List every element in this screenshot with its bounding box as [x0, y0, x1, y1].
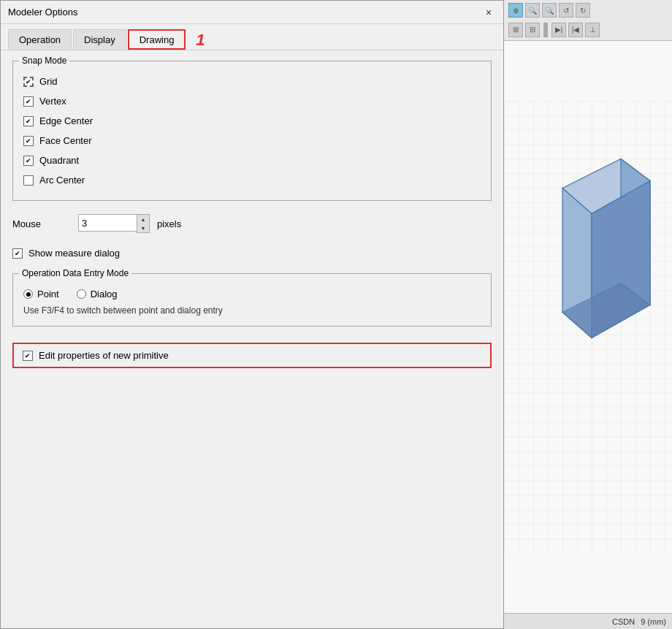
radio-dialog[interactable]: Dialog: [77, 289, 118, 300]
radio-point-circle: [23, 289, 33, 299]
modeler-options-dialog: Modeler Options × Operation Display Draw…: [0, 0, 504, 629]
toolbar-icon-3[interactable]: 🔍: [542, 3, 557, 18]
snap-arc-center-row: Arc Center: [23, 170, 481, 190]
toolbar-icon-6[interactable]: ⊞: [508, 23, 523, 37]
csdn-label: CSDN: [612, 617, 635, 626]
tab-display[interactable]: Display: [73, 29, 126, 50]
toolbar-icon-2[interactable]: 🔍: [525, 3, 540, 18]
snap-quadrant-checkbox[interactable]: [23, 156, 34, 166]
snap-face-center-checkbox[interactable]: [23, 136, 34, 146]
mouse-spinner: ▲ ▼: [78, 214, 150, 233]
snap-mode-group: Snap Mode Grid Vertex Edge Center Face C…: [12, 61, 492, 201]
status-bar: CSDN 9 (mm): [504, 613, 672, 629]
snap-vertex-row: Vertex: [23, 91, 481, 111]
snap-face-center-row: Face Center: [23, 131, 481, 150]
tabs-bar: Operation Display Drawing 1: [1, 24, 503, 50]
toolbar-icon-5[interactable]: ↻: [576, 3, 590, 18]
viewport-panel: ⊕ 🔍 🔍 ↺ ↻ ⊞ ⊟ ▶| |◀ ⊥: [504, 0, 672, 629]
show-measure-checkbox[interactable]: [12, 248, 23, 259]
snap-face-center-label: Face Center: [39, 135, 92, 146]
snap-vertex-checkbox[interactable]: [23, 96, 34, 107]
bottom-section: Edit properties of new primitive 2: [12, 343, 492, 368]
snap-quadrant-row: Quadrant: [23, 150, 481, 170]
tab-number-label: 1: [196, 31, 205, 50]
pixels-label: pixels: [157, 218, 181, 229]
snap-quadrant-label: Quadrant: [39, 155, 79, 166]
toolbar-icon-1[interactable]: ⊕: [508, 3, 523, 18]
viewport-svg: [504, 41, 672, 613]
radio-point-label: Point: [37, 289, 59, 300]
snap-arc-center-label: Arc Center: [39, 175, 85, 186]
spinner-up-button[interactable]: ▲: [137, 215, 149, 224]
radio-dialog-circle: [77, 289, 86, 299]
edit-properties-label: Edit properties of new primitive: [39, 350, 169, 361]
spinner-buttons: ▲ ▼: [137, 214, 150, 233]
radio-dialog-label: Dialog: [91, 289, 118, 300]
f3f4-hint: Use F3/F4 to switch between point and di…: [23, 304, 481, 319]
snap-edge-center-checkbox[interactable]: [23, 116, 34, 126]
title-bar: Modeler Options ×: [1, 1, 503, 24]
edit-properties-checkbox[interactable]: [23, 351, 33, 361]
mouse-value-input[interactable]: [78, 214, 137, 232]
tab-operation[interactable]: Operation: [8, 29, 72, 50]
status-text: 9 (mm): [641, 617, 666, 626]
snap-grid-label: Grid: [39, 76, 58, 87]
spinner-down-button[interactable]: ▼: [137, 224, 149, 232]
tab-drawing[interactable]: Drawing 1: [128, 29, 186, 50]
snap-grid-row: Grid: [23, 72, 481, 91]
snap-edge-center-row: Edge Center: [23, 111, 481, 131]
toolbar-icon-7[interactable]: ⊟: [525, 23, 540, 37]
toolbar-icon-4[interactable]: ↺: [559, 3, 573, 18]
show-measure-label: Show measure dialog: [28, 248, 120, 259]
ode-mode-group: Operation Data Entry Mode Point Dialog U…: [12, 273, 492, 327]
mouse-row: Mouse ▲ ▼ pixels: [12, 211, 492, 236]
toolbar-icons: ⊕ 🔍 🔍 ↺ ↻ ⊞ ⊟ ▶| |◀ ⊥: [504, 0, 672, 41]
snap-grid-checkbox[interactable]: [23, 77, 34, 87]
toolbar-icon-8[interactable]: ▶|: [551, 23, 566, 37]
snap-mode-legend: Snap Mode: [19, 56, 69, 66]
snap-arc-center-checkbox[interactable]: [23, 175, 34, 186]
toolbar-icon-10[interactable]: ⊥: [585, 23, 600, 37]
close-button[interactable]: ×: [481, 5, 496, 20]
snap-vertex-label: Vertex: [39, 96, 66, 107]
show-measure-row: Show measure dialog: [12, 246, 492, 260]
mouse-label: Mouse: [12, 218, 71, 229]
radio-point[interactable]: Point: [23, 289, 59, 300]
toolbar-icon-9[interactable]: |◀: [568, 23, 583, 37]
canvas-area: [504, 41, 672, 613]
snap-edge-center-label: Edge Center: [39, 115, 93, 126]
ode-mode-legend: Operation Data Entry Mode: [19, 268, 131, 278]
radio-row: Point Dialog: [23, 284, 481, 304]
dialog-title: Modeler Options: [8, 7, 77, 18]
dialog-content: Snap Mode Grid Vertex Edge Center Face C…: [1, 50, 503, 628]
